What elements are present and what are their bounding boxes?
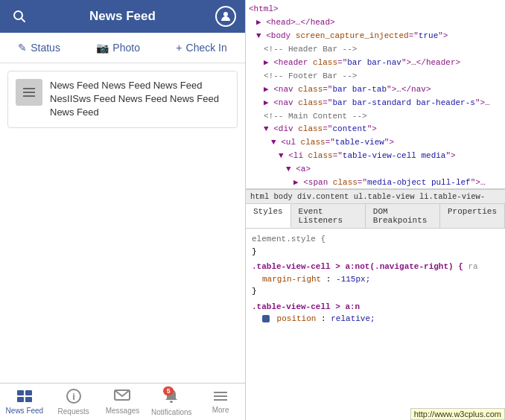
news-feed-icon bbox=[16, 389, 33, 405]
tree-line[interactable]: ▼ <a> bbox=[246, 163, 505, 176]
svg-text:i: i bbox=[72, 391, 75, 402]
svg-point-2 bbox=[223, 12, 228, 16]
status-button[interactable]: ✎ Status bbox=[12, 39, 66, 57]
photo-icon: 📷 bbox=[96, 42, 109, 54]
devtools-panel: <html> ▶ <head>…</head> ▼ <body screen_c… bbox=[246, 0, 505, 420]
tab-bar: News Feed i Requests Messages 5 bbox=[0, 383, 245, 420]
tree-line[interactable]: ▶ <header class="bar bar-nav">…</header> bbox=[246, 57, 505, 70]
app-title: News Feed bbox=[89, 9, 156, 24]
tree-line[interactable]: <!-- Header Bar --> bbox=[246, 43, 505, 57]
svg-rect-8 bbox=[17, 397, 24, 402]
mobile-app-panel: News Feed ✎ Status 📷 Photo + Check In bbox=[0, 0, 246, 420]
tab-notifications[interactable]: 5 Notifications bbox=[147, 384, 196, 420]
breadcrumb-div-content[interactable]: div.content bbox=[297, 192, 349, 201]
profile-icon[interactable] bbox=[215, 6, 236, 27]
url-tooltip: http://www.w3cplus.com bbox=[410, 408, 505, 420]
tree-line[interactable]: <html> bbox=[246, 3, 505, 16]
css-checkbox[interactable] bbox=[262, 315, 270, 322]
tab-styles[interactable]: Styles bbox=[246, 204, 291, 228]
checkin-button[interactable]: + Check In bbox=[170, 39, 232, 57]
tree-line[interactable]: ▶ <nav class="bar bar-tab">…</nav> bbox=[246, 83, 505, 97]
app-header: News Feed bbox=[0, 0, 245, 33]
tab-requests[interactable]: i Requests bbox=[49, 384, 98, 420]
tab-messages-label: Messages bbox=[106, 407, 140, 415]
devtools-tabs-bar: Styles Event Listeners DOM Breakpoints P… bbox=[246, 204, 505, 229]
css-close1: } bbox=[252, 246, 499, 258]
feed-item-text: News Feed News Feed News Feed NesIISws F… bbox=[50, 79, 229, 120]
tree-line[interactable]: ▶ <span class="media-object pull-lef">… bbox=[246, 176, 505, 189]
feed-item: News Feed News Feed News Feed NesIISws F… bbox=[7, 71, 238, 128]
tab-requests-label: Requests bbox=[58, 407, 89, 416]
tree-line[interactable]: ▶ <nav class="bar bar-standard bar-heade… bbox=[246, 97, 505, 110]
css-element-style: element.style { bbox=[252, 233, 499, 246]
css-panel: element.style { } .table-view-cell > a:n… bbox=[246, 229, 505, 420]
svg-rect-6 bbox=[17, 390, 24, 395]
status-icon: ✎ bbox=[18, 42, 27, 54]
svg-line-1 bbox=[22, 19, 25, 22]
tab-notifications-label: Notifications bbox=[151, 408, 191, 416]
search-icon[interactable] bbox=[9, 6, 30, 27]
tab-more[interactable]: More bbox=[196, 384, 245, 420]
svg-rect-13 bbox=[170, 401, 173, 403]
breadcrumb: html body div.content ul.table-view li.t… bbox=[246, 189, 505, 204]
tree-line[interactable]: ▼ <body screen_capture_injected="true"> bbox=[246, 30, 505, 43]
tab-properties[interactable]: Properties bbox=[440, 204, 505, 228]
breadcrumb-html[interactable]: html bbox=[250, 192, 269, 201]
checkin-label: Check In bbox=[186, 42, 227, 54]
tab-dom-breakpoints[interactable]: DOM Breakpoints bbox=[366, 204, 440, 228]
photo-label: Photo bbox=[112, 42, 140, 54]
tree-line[interactable]: ▶ <head>…</head> bbox=[246, 16, 505, 30]
tab-news-feed-label: News Feed bbox=[6, 407, 44, 415]
notification-badge: 5 bbox=[163, 386, 174, 395]
breadcrumb-body[interactable]: body bbox=[274, 192, 293, 201]
css-rule1: .table-view-cell > a:not(.navigate-right… bbox=[252, 261, 499, 273]
tab-messages[interactable]: Messages bbox=[98, 384, 147, 420]
tree-line[interactable]: ▼ <li class="table-view-cell media"> bbox=[246, 150, 505, 163]
feed-item-icon bbox=[16, 79, 42, 106]
html-tree: <html> ▶ <head>…</head> ▼ <body screen_c… bbox=[246, 0, 505, 189]
messages-icon bbox=[114, 389, 130, 405]
breadcrumb-li[interactable]: li.table-view- bbox=[419, 192, 485, 201]
photo-button[interactable]: 📷 Photo bbox=[90, 39, 146, 57]
action-bar: ✎ Status 📷 Photo + Check In bbox=[0, 33, 245, 63]
tab-event-listeners[interactable]: Event Listeners bbox=[291, 204, 366, 228]
css-close2: } bbox=[252, 285, 499, 298]
tab-more-label: More bbox=[212, 406, 229, 414]
tree-line[interactable]: ▼ <ul class="table-view"> bbox=[246, 136, 505, 150]
css-rule2-prop: position : relative; bbox=[252, 313, 499, 325]
css-rule1-prop: margin-right : -115px; bbox=[252, 273, 499, 286]
tree-line[interactable]: <!-- Main Content --> bbox=[246, 110, 505, 124]
breadcrumb-ul[interactable]: ul.table-view bbox=[354, 192, 415, 201]
requests-icon: i bbox=[66, 389, 81, 406]
status-label: Status bbox=[31, 42, 60, 54]
checkin-icon: + bbox=[176, 42, 182, 54]
tree-line[interactable]: <!-- Footer Bar --> bbox=[246, 70, 505, 83]
more-icon bbox=[212, 389, 229, 404]
svg-rect-7 bbox=[25, 390, 32, 395]
tree-line[interactable]: ▼ <div class="content"> bbox=[246, 123, 505, 136]
css-rule2: .table-view-cell > a:n bbox=[252, 301, 499, 314]
svg-rect-9 bbox=[25, 397, 32, 402]
tab-news-feed[interactable]: News Feed bbox=[0, 384, 49, 420]
